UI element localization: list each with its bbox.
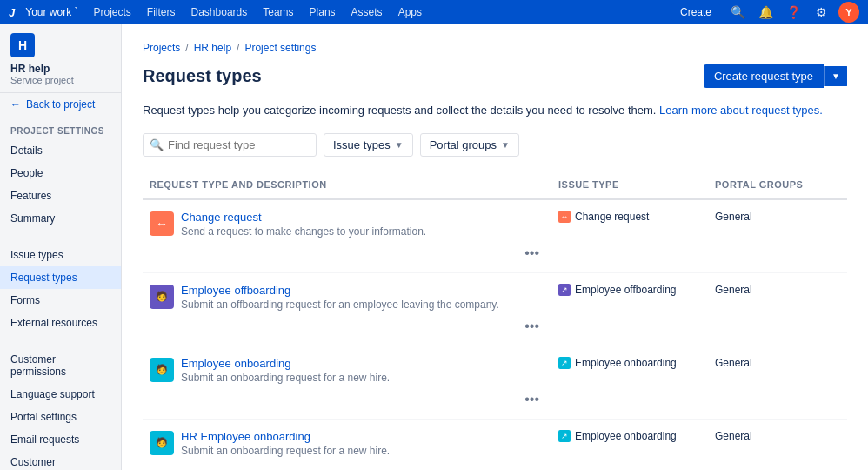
nav-dashboards[interactable]: Dashboards [186, 4, 253, 20]
col-header-issue-type: Issue type [551, 176, 708, 193]
project-type: Service project [10, 75, 110, 85]
hr-onboarding-icon: 🧑 [150, 431, 174, 455]
breadcrumb: Projects / HR help / Project settings [143, 42, 847, 54]
search-icon-topbar[interactable]: 🔍 [727, 2, 748, 23]
change-request-name[interactable]: Change request [181, 211, 426, 224]
employee-onboarding-issue-badge: ↗ Employee onboarding [558, 357, 701, 369]
search-input[interactable] [143, 133, 317, 157]
employee-onboarding-more-button[interactable]: ••• [519, 391, 544, 408]
table-row: 🧑 HR Employee onboarding Submit an onboa… [143, 420, 847, 471]
sidebar-item-customer-permissions[interactable]: Customer permissions [0, 348, 121, 383]
sidebar-item-forms[interactable]: Forms [0, 289, 121, 312]
employee-onboarding-icon: 🧑 [150, 358, 174, 382]
sidebar-item-request-types[interactable]: Request types [0, 266, 121, 289]
features-label: Features [10, 190, 51, 202]
sidebar-item-external-resources[interactable]: External resources [0, 312, 121, 334]
nav-plans[interactable]: Plans [304, 4, 341, 20]
hr-onboarding-issue-dot: ↗ [558, 430, 571, 442]
breadcrumb-sep-2: / [237, 42, 239, 54]
create-request-type-button[interactable]: Create request type [704, 64, 824, 88]
nav-apps[interactable]: Apps [393, 4, 427, 20]
sidebar-item-features[interactable]: Features [0, 185, 121, 207]
sidebar-item-details[interactable]: Details [0, 139, 121, 162]
back-to-project[interactable]: ← Back to project [0, 93, 121, 116]
topbar-right: Create 🔍 🔔 ❓ ⚙ Y [671, 2, 859, 23]
topbar-nav: Projects Filters Dashboards Teams Plans … [88, 4, 660, 20]
notifications-icon[interactable]: 🔔 [755, 2, 776, 23]
employee-onboarding-info: Employee onboarding Submit an onboarding… [181, 357, 390, 384]
sidebar-item-issue-types[interactable]: Issue types [0, 244, 121, 266]
external-resources-label: External resources [10, 317, 97, 329]
search-box: 🔍 [143, 133, 317, 157]
sidebar-item-language-support[interactable]: Language support [0, 383, 121, 406]
create-button-topbar[interactable]: Create [671, 3, 720, 21]
breadcrumb-hr-help[interactable]: HR help [194, 42, 231, 54]
change-request-issue-label: Change request [575, 211, 649, 223]
settings-icon[interactable]: ⚙ [811, 2, 831, 23]
employee-offboarding-portal-badge: General [715, 284, 840, 296]
portal-groups-filter[interactable]: Portal groups ▼ [420, 133, 519, 157]
nav-filters[interactable]: Filters [142, 4, 181, 20]
hr-onboarding-portal: General [708, 426, 847, 446]
col-header-type-description: Request type and description [143, 176, 551, 193]
change-request-more-button[interactable]: ••• [519, 245, 544, 262]
col-header-portal-groups: Portal groups [708, 176, 847, 193]
sidebar-item-summary[interactable]: Summary [0, 207, 121, 230]
nav-projects[interactable]: Projects [88, 4, 136, 20]
back-label: Back to project [26, 98, 95, 111]
details-label: Details [10, 144, 43, 157]
hr-onboarding-name[interactable]: HR Employee onboarding [181, 430, 390, 443]
sidebar-item-portal-settings[interactable]: Portal settings [0, 406, 121, 428]
hr-onboarding-actions: ••• [143, 460, 551, 471]
issue-types-label: Issue types [10, 249, 63, 261]
hr-onboarding-issue-label: Employee onboarding [575, 430, 677, 442]
sidebar-item-email-requests[interactable]: Email requests [0, 428, 121, 451]
request-type-cell-change: ↔ Change request Send a request to make … [143, 207, 551, 241]
learn-more-link[interactable]: Learn more about request types. [659, 104, 823, 117]
user-avatar[interactable]: Y [838, 2, 859, 23]
jira-logo: J [9, 6, 15, 19]
employee-onboarding-issue-label: Employee onboarding [575, 357, 677, 369]
employee-offboarding-issue-type: ↗ Employee offboarding [551, 280, 708, 299]
employee-offboarding-name[interactable]: Employee offboarding [181, 284, 499, 297]
request-types-table: Request type and description Issue type … [143, 171, 847, 471]
sidebar-project: H HR help Service project [0, 24, 121, 93]
change-request-portal: General [708, 207, 847, 226]
employee-offboarding-info: Employee offboarding Submit an offboardi… [181, 284, 499, 311]
sidebar-section-label-0: PROJECT SETTINGS [0, 123, 121, 139]
issue-types-filter-label: Issue types [333, 138, 391, 151]
change-request-actions: ••• [143, 241, 551, 265]
employee-offboarding-actions: ••• [143, 314, 551, 339]
employee-offboarding-portal: General [708, 280, 847, 299]
employee-offboarding-icon: 🧑 [150, 285, 174, 309]
employee-onboarding-portal: General [708, 353, 847, 373]
sidebar-section-0: PROJECT SETTINGS Details People Features… [0, 116, 121, 237]
employee-offboarding-more-button[interactable]: ••• [519, 318, 544, 335]
table-header: Request type and description Issue type … [143, 171, 847, 200]
issue-types-filter[interactable]: Issue types ▼ [324, 133, 413, 157]
hr-onboarding-portal-badge: General [715, 430, 840, 442]
create-request-type-dropdown-caret[interactable]: ▼ [824, 66, 847, 86]
hr-onboarding-more-button[interactable]: ••• [519, 464, 544, 471]
sidebar-section-2: Customer permissions Language support Po… [0, 341, 121, 470]
breadcrumb-projects[interactable]: Projects [143, 42, 180, 54]
request-type-cell-onboarding: 🧑 Employee onboarding Submit an onboardi… [143, 353, 551, 387]
request-type-cell-offboarding: 🧑 Employee offboarding Submit an offboar… [143, 280, 551, 314]
sidebar-item-customer-notifications[interactable]: Customer notifications [0, 451, 121, 470]
hr-onboarding-info: HR Employee onboarding Submit an onboard… [181, 430, 390, 457]
help-icon[interactable]: ❓ [783, 2, 804, 23]
sidebar-item-people[interactable]: People [0, 162, 121, 185]
breadcrumb-sep-1: / [185, 42, 188, 54]
email-requests-label: Email requests [10, 433, 79, 446]
breadcrumb-project-settings[interactable]: Project settings [244, 42, 316, 54]
customer-permissions-label: Customer permissions [10, 353, 110, 378]
project-name: HR help [10, 63, 110, 75]
table-row: 🧑 Employee onboarding Submit an onboardi… [143, 346, 847, 420]
your-work-nav[interactable]: Your work ` [25, 6, 77, 18]
employee-onboarding-desc: Submit an onboarding request for a new h… [181, 372, 390, 384]
request-type-cell-hr-onboarding: 🧑 HR Employee onboarding Submit an onboa… [143, 426, 551, 460]
nav-assets[interactable]: Assets [346, 4, 388, 20]
change-request-info: Change request Send a request to make ch… [181, 211, 426, 238]
nav-teams[interactable]: Teams [257, 4, 298, 20]
employee-onboarding-name[interactable]: Employee onboarding [181, 357, 390, 370]
